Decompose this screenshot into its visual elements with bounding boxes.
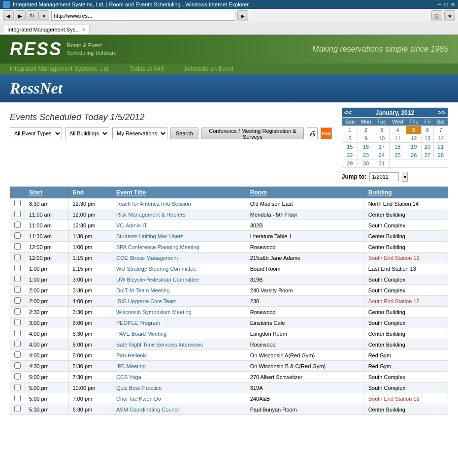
search-button[interactable]: Search — [170, 127, 198, 139]
refresh-button[interactable]: ↻ — [27, 10, 37, 21]
col-building-link[interactable]: Building — [368, 189, 392, 196]
event-title-link[interactable]: IFC Meeting — [116, 363, 146, 369]
row-checkbox[interactable] — [14, 351, 21, 358]
row-checkbox[interactable] — [14, 406, 21, 412]
row-checkbox[interactable] — [14, 276, 21, 282]
cal-day-10[interactable]: 10 — [374, 134, 390, 143]
cal-day-13[interactable]: 13 — [422, 134, 434, 143]
cal-day-25[interactable]: 25 — [389, 151, 406, 159]
favorites-button[interactable]: ★ — [444, 10, 455, 21]
row-checkbox[interactable] — [14, 384, 21, 390]
row-checkbox[interactable] — [14, 330, 21, 336]
event-title-link[interactable]: Teach for America Info Session — [116, 201, 191, 207]
event-title-link[interactable]: Wisconsin Symposium Meeting — [116, 309, 192, 315]
event-title-link[interactable]: WU Strategy Steering Committee — [116, 266, 196, 272]
close-btn[interactable]: ✕ — [451, 1, 455, 8]
building-link[interactable]: South End Station 12 — [368, 298, 420, 304]
event-title-link[interactable]: PEOPLE Program — [116, 320, 160, 326]
cal-day-9[interactable]: 9 — [358, 134, 374, 143]
home-button[interactable]: 🏠 — [431, 10, 442, 21]
cal-day-3[interactable]: 3 — [374, 126, 390, 134]
event-title-link[interactable]: Quiz Bowl Practice — [116, 385, 162, 391]
col-start[interactable]: Start — [25, 187, 69, 198]
row-checkbox[interactable] — [14, 297, 21, 304]
row-checkbox[interactable] — [14, 373, 21, 380]
event-title-link[interactable]: Risk Management & Hoofers — [116, 212, 186, 218]
event-title-link[interactable]: SPA Conference Planning Meeting — [116, 244, 199, 250]
nav-schedule[interactable]: Schedule an Event — [184, 65, 233, 72]
cal-day-19[interactable]: 19 — [406, 143, 422, 151]
row-checkbox[interactable] — [14, 362, 21, 369]
cal-day-14[interactable]: 14 — [433, 134, 448, 143]
conference-button[interactable]: Conference / Meeting Registration & Surv… — [201, 127, 304, 139]
row-checkbox[interactable] — [14, 308, 21, 315]
event-title-link[interactable]: ASM Coordinating Council — [116, 407, 180, 413]
event-title-link[interactable]: UW Bicycle/Pedestrian Committee — [116, 277, 199, 283]
stop-button[interactable]: ✕ — [38, 10, 49, 21]
tab-close-button[interactable]: × — [82, 27, 85, 32]
row-checkbox[interactable] — [14, 341, 21, 347]
print-button[interactable]: 🖨 — [307, 127, 318, 139]
cal-day-12[interactable]: 12 — [406, 134, 422, 143]
go-button[interactable]: ▶ — [237, 10, 248, 21]
cal-day-22[interactable]: 22 — [342, 151, 358, 159]
building-link[interactable]: South End Station 12 — [368, 396, 420, 402]
col-room[interactable]: Room — [246, 187, 364, 198]
event-title-link[interactable]: Safe Night Time Services Interviews — [116, 342, 203, 348]
event-title-link[interactable]: Students Uniting Mac Users — [116, 233, 183, 239]
cal-day-28[interactable]: 28 — [433, 151, 448, 159]
building-link[interactable]: South End Station 12 — [368, 255, 420, 261]
cal-day-17[interactable]: 17 — [374, 143, 390, 151]
row-checkbox[interactable] — [14, 395, 21, 401]
col-start-link[interactable]: Start — [29, 189, 42, 196]
col-title[interactable]: Event Title — [112, 187, 246, 198]
row-checkbox[interactable] — [14, 222, 21, 228]
cal-day-29[interactable]: 29 — [342, 159, 358, 168]
reservations-select[interactable]: My Reservations — [112, 127, 167, 139]
cal-day-23[interactable]: 23 — [358, 151, 374, 159]
event-types-select[interactable]: All Event Types — [10, 127, 62, 139]
row-checkbox[interactable] — [14, 265, 21, 271]
row-checkbox[interactable] — [14, 243, 21, 250]
cal-day-24[interactable]: 24 — [374, 151, 390, 159]
cal-day-2[interactable]: 2 — [358, 126, 374, 134]
cal-prev-button[interactable]: << — [344, 109, 352, 116]
cal-day-18[interactable]: 18 — [389, 143, 406, 151]
event-title-link[interactable]: Choi Tae Kwon Do — [116, 396, 161, 402]
cal-day-30[interactable]: 30 — [358, 159, 374, 168]
event-title-link[interactable]: VC-Admin IT — [116, 222, 147, 228]
cal-day-27[interactable]: 27 — [422, 151, 434, 159]
event-title-link[interactable]: ISIS Upgrade Core Team — [116, 298, 177, 304]
forward-button[interactable]: ▶ — [15, 10, 26, 21]
cal-day-26[interactable]: 26 — [406, 151, 422, 159]
jump-to-go-button[interactable]: ▼ — [402, 172, 408, 182]
row-checkbox[interactable] — [14, 211, 21, 217]
row-checkbox[interactable] — [14, 286, 21, 293]
event-title-link[interactable]: CCS Yoga — [116, 374, 141, 380]
cal-day-15[interactable]: 15 — [342, 143, 358, 151]
cal-day-11[interactable]: 11 — [389, 134, 406, 143]
cal-day-1[interactable]: 1 — [342, 126, 358, 134]
col-building[interactable]: Building — [364, 187, 448, 198]
cal-day-4[interactable]: 4 — [389, 126, 406, 134]
minimize-btn[interactable]: ─ — [438, 1, 442, 8]
cal-day-21[interactable]: 21 — [433, 143, 448, 151]
cal-day-6[interactable]: 6 — [422, 126, 434, 134]
nav-today[interactable]: Today at IMS — [130, 65, 164, 72]
nav-ims[interactable]: Integrated Management Systems, Ltd. — [10, 65, 110, 72]
cal-day-20[interactable]: 20 — [422, 143, 434, 151]
row-checkbox[interactable] — [14, 254, 21, 260]
cal-day-16[interactable]: 16 — [358, 143, 374, 151]
buildings-select[interactable]: All Buildings — [65, 127, 109, 139]
event-title-link[interactable]: Pan-Hellenic — [116, 352, 147, 358]
event-title-link[interactable]: COE Stress Management — [116, 255, 178, 261]
event-title-link[interactable]: PAVE Board Meeting — [116, 331, 166, 337]
event-title-link[interactable]: DoIT M-Team Meeting — [116, 287, 170, 293]
row-checkbox[interactable] — [14, 319, 21, 325]
cal-day-31[interactable]: 31 — [374, 159, 390, 168]
rss-button[interactable]: RSS — [321, 127, 331, 139]
back-button[interactable]: ◀ — [3, 10, 14, 21]
cal-day-8[interactable]: 8 — [342, 134, 358, 143]
address-input[interactable] — [51, 11, 235, 21]
active-tab[interactable]: Integrated Management Sys... × — [3, 25, 90, 34]
